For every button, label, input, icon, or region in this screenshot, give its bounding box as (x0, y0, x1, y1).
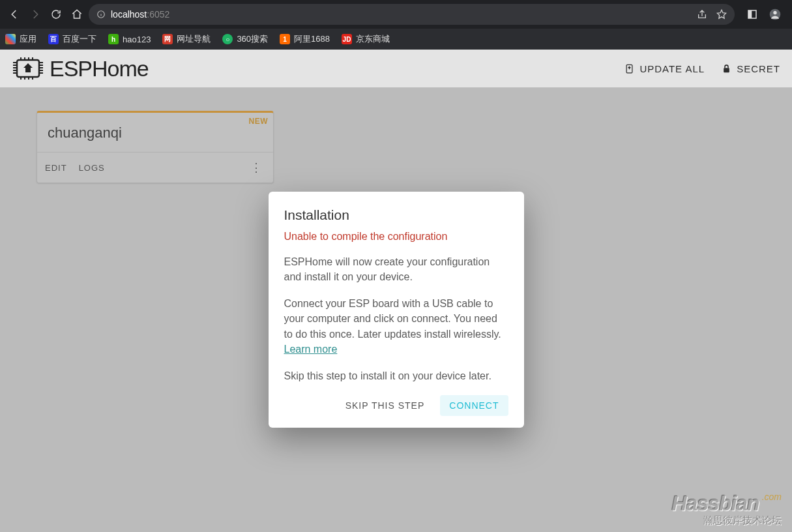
reload-button[interactable] (47, 5, 65, 23)
error-message: Unable to compile the configuration (284, 231, 508, 243)
dialog-text-2: Connect your ESP board with a USB cable … (284, 296, 508, 357)
bookmark-1688[interactable]: 1 阿里1688 (280, 33, 330, 45)
button-label: SECRET (737, 63, 780, 74)
home-button[interactable] (68, 5, 86, 23)
bookmark-label: hao123 (123, 35, 151, 44)
button-label: UPDATE ALL (639, 63, 705, 74)
bookmark-bar: 应用 百 百度一下 h hao123 网 网址导航 ○ 360搜索 1 阿里16… (0, 29, 792, 50)
profile-icon[interactable] (769, 8, 782, 21)
learn-more-link[interactable]: Learn more (284, 344, 338, 355)
bookmark-navsite[interactable]: 网 网址导航 (162, 33, 211, 45)
bookmark-hao123[interactable]: h hao123 (108, 34, 151, 44)
app-title: ESPHome (50, 56, 149, 81)
svg-point-4 (773, 11, 776, 14)
browser-toolbar: localhost:6052 (0, 0, 792, 29)
address-bar[interactable]: localhost:6052 (89, 4, 735, 25)
lock-icon (722, 64, 731, 74)
chip-icon (12, 56, 44, 81)
url-port: :6052 (147, 9, 169, 20)
svg-rect-7 (724, 68, 729, 72)
forward-button[interactable] (26, 5, 44, 23)
connect-button[interactable]: CONNECT (440, 395, 508, 416)
installation-dialog: Installation Unable to compile the confi… (269, 192, 524, 428)
dialog-text-3: Skip this step to install it on your dev… (284, 368, 508, 383)
content-area: NEW chuanganqi EDIT LOGS ⋮ Installation … (0, 87, 792, 532)
share-icon[interactable] (697, 9, 707, 20)
update-icon (624, 64, 634, 74)
secrets-button[interactable]: SECRET (722, 63, 780, 74)
bookmark-jd[interactable]: JD 京东商城 (342, 33, 390, 45)
back-button[interactable] (5, 5, 23, 23)
star-icon[interactable] (716, 9, 727, 20)
url-host: localhost (111, 9, 147, 20)
bookmark-label: 应用 (20, 33, 37, 45)
bookmark-label: 百度一下 (63, 33, 96, 45)
dialog-title: Installation (284, 207, 508, 223)
modal-backdrop: Installation Unable to compile the confi… (0, 87, 792, 532)
bookmark-label: 网址导航 (177, 33, 211, 45)
dialog-text-span: Connect your ESP board with a USB cable … (284, 298, 501, 339)
bookmark-label: 360搜索 (237, 33, 268, 45)
bookmark-label: 京东商城 (356, 33, 390, 45)
bookmark-apps[interactable]: 应用 (5, 33, 37, 45)
skip-button[interactable]: SKIP THIS STEP (338, 395, 433, 416)
dialog-text-1: ESPHome will now create your configurati… (284, 254, 508, 284)
bookmark-label: 阿里1688 (294, 33, 330, 45)
app-header: ESPHome UPDATE ALL SECRET (0, 50, 792, 87)
bookmark-360[interactable]: ○ 360搜索 (222, 33, 268, 45)
panel-icon[interactable] (746, 8, 758, 20)
update-all-button[interactable]: UPDATE ALL (624, 63, 705, 74)
info-icon (96, 10, 106, 19)
bookmark-baidu[interactable]: 百 百度一下 (48, 33, 96, 45)
svg-rect-2 (748, 10, 752, 18)
app-logo[interactable]: ESPHome (12, 56, 149, 81)
window-controls (737, 8, 787, 21)
